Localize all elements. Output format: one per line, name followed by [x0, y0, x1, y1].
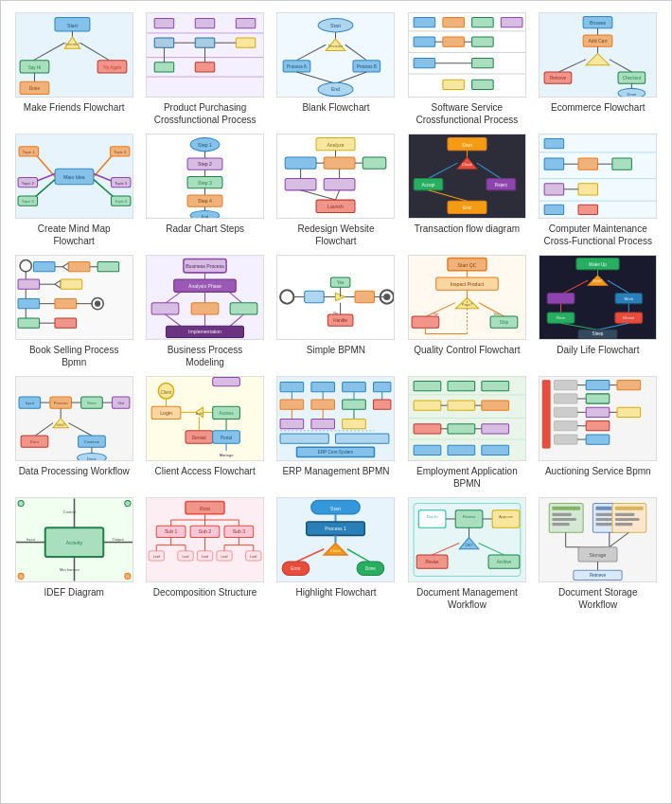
grid-item-daily-life-flowchart[interactable]: Wake Up Work? Leisure Work Rest Dinner S…	[537, 255, 660, 368]
svg-text:Client: Client	[161, 390, 173, 395]
grid-item-radar-chart-steps[interactable]: Step 1 Step 2 Step 3 Step 4 End Radar Ch…	[143, 134, 266, 247]
thumbnail-computer-maintenance	[539, 134, 657, 219]
svg-rect-308	[213, 377, 240, 385]
svg-text:Mechanism: Mechanism	[60, 567, 80, 572]
svg-text:Error: Error	[30, 439, 40, 444]
svg-text:Leaf: Leaf	[250, 555, 256, 559]
svg-rect-23	[195, 38, 215, 47]
grid-item-create-mind-map[interactable]: Main Idea Topic 1 Topic 2 Topic 3 Topic …	[12, 134, 135, 247]
svg-rect-360	[555, 435, 578, 444]
svg-rect-121	[286, 157, 317, 169]
grid-item-document-storage[interactable]: Storage Retrieve Document Storage Workfl…	[537, 497, 660, 611]
grid-item-idef-diagram[interactable]: Activity Input Output Control Mechanism …	[12, 497, 135, 611]
grid-item-make-friends-flowchart[interactable]: Start Friends? Say Hi Try Again Done Mak…	[12, 12, 135, 126]
svg-rect-356	[555, 381, 578, 390]
svg-text:Inspect Product: Inspect Product	[451, 281, 485, 287]
label-radar-chart-steps: Radar Chart Steps	[166, 223, 244, 235]
svg-text:Yes: Yes	[337, 280, 345, 285]
svg-rect-129	[325, 179, 356, 190]
svg-text:OK?: OK?	[465, 543, 473, 547]
svg-rect-459	[553, 507, 581, 510]
svg-text:Topic 6: Topic 6	[115, 199, 128, 204]
svg-text:Process 1: Process 1	[326, 526, 347, 531]
flowchart-gallery: Start Friends? Say Hi Try Again Done Mak…	[1, 1, 671, 622]
svg-rect-153	[544, 139, 564, 149]
svg-text:Sub 3: Sub 3	[233, 528, 246, 534]
svg-point-388	[18, 573, 24, 579]
svg-rect-470	[615, 513, 635, 516]
grid-item-client-access[interactable]: Client Login Auth Access Denied Portal M…	[143, 376, 266, 490]
svg-rect-56	[443, 37, 465, 46]
svg-text:Leaf: Leaf	[183, 555, 189, 559]
grid-item-transaction-flow[interactable]: Start Check Accept Reject End Transactio…	[405, 134, 528, 247]
grid-item-erp-management[interactable]: ERP Core System ERP Management BPMN	[274, 376, 398, 490]
label-book-selling-bpmn: Book Selling Process Bpmn	[17, 344, 131, 368]
label-software-service-crossfunctional: Software Service Crossfunctional Process	[410, 101, 523, 126]
svg-rect-472	[615, 523, 632, 526]
grid-item-highlight-flowchart[interactable]: Start Process 1 Check Error Done Highlig…	[274, 497, 398, 611]
grid-item-auctioning-service[interactable]: Auctioning Service Bpmn	[537, 376, 660, 490]
svg-text:End: End	[202, 214, 209, 218]
svg-text:Work: Work	[625, 296, 634, 301]
svg-text:Browse: Browse	[590, 20, 606, 26]
svg-text:Output: Output	[112, 537, 124, 542]
label-highlight-flowchart: Highlight Flowchart	[295, 586, 376, 599]
svg-text:Storage: Storage	[590, 552, 607, 558]
svg-rect-60	[472, 59, 494, 68]
svg-text:Denied: Denied	[192, 436, 206, 440]
label-make-friends-flowchart: Make Friends Flowchart	[24, 101, 125, 114]
grid-item-decomposition-structure[interactable]: Root Sub 1 Sub 2 Sub 3 Leaf Leaf Leaf Le…	[143, 497, 266, 611]
grid-item-business-process-modeling[interactable]: Business Process Analysis Phase Implemen…	[143, 255, 266, 368]
svg-text:Step 2: Step 2	[198, 161, 212, 167]
thumbnail-erp-management: ERP Core System	[276, 376, 395, 461]
svg-rect-364	[617, 381, 641, 390]
thumbnail-data-processing: Input Process Store Out Valid? Error Con…	[15, 376, 133, 461]
thumbnail-document-management: Doc In Review Approve OK? Revise Archive	[408, 497, 526, 582]
grid-item-blank-flowchart[interactable]: Start Decision Process A Process B End B…	[274, 12, 398, 126]
label-transaction-flow: Transaction flow diagram	[415, 223, 520, 235]
svg-rect-338	[414, 382, 441, 391]
svg-text:Archive: Archive	[497, 560, 512, 564]
svg-text:Rework: Rework	[418, 256, 433, 257]
thumbnail-document-storage: Storage Retrieve	[539, 497, 657, 582]
svg-rect-319	[281, 400, 305, 409]
svg-text:Wake Up: Wake Up	[589, 262, 607, 267]
svg-rect-128	[286, 179, 317, 190]
svg-text:Sub 2: Sub 2	[199, 528, 212, 534]
svg-text:Revise: Revise	[425, 560, 439, 564]
grid-item-redesign-website[interactable]: Analyze Launch Redesign Website Flowchar…	[274, 134, 398, 247]
svg-rect-160	[578, 184, 598, 195]
svg-rect-54	[414, 37, 435, 46]
grid-item-simple-bpmn[interactable]: Yes No Handle Simple BPMN	[274, 255, 398, 368]
grid-item-ecommerce-flowchart[interactable]: Browse Add Cart Remove Checkout Done Eco…	[537, 12, 660, 126]
svg-text:Activity: Activity	[65, 540, 82, 545]
label-ecommerce-flowchart: Ecommerce Flowchart	[551, 101, 645, 114]
svg-rect-51	[443, 18, 465, 27]
grid-item-computer-maintenance[interactable]: Computer Maintenance Cross-Functional Pr…	[537, 134, 660, 247]
svg-rect-250	[547, 293, 575, 303]
grid-item-document-management[interactable]: Doc In Review Approve OK? Revise Archive…	[405, 497, 528, 611]
svg-rect-327	[311, 420, 335, 429]
grid-item-product-purchasing[interactable]: Product Purchasing Crossfunctional Proce…	[143, 12, 266, 126]
label-quality-control: Quality Control Flowchart	[414, 344, 520, 356]
svg-text:Sub 1: Sub 1	[165, 528, 178, 534]
svg-rect-208	[305, 291, 325, 302]
svg-rect-58	[472, 37, 494, 46]
svg-line-5	[33, 43, 64, 60]
svg-rect-158	[612, 158, 632, 170]
svg-text:Analysis Phase: Analysis Phase	[188, 283, 221, 289]
label-business-process-modeling: Business Process Modeling	[149, 344, 262, 368]
svg-text:Manage: Manage	[220, 453, 235, 457]
grid-item-employment-application[interactable]: Employment Application BPMN	[405, 376, 528, 490]
thumbnail-idef-diagram: Activity Input Output Control Mechanism	[15, 497, 133, 582]
svg-rect-322	[374, 400, 391, 409]
svg-rect-122	[325, 157, 356, 169]
grid-item-data-processing[interactable]: Input Process Store Out Valid? Error Con…	[12, 376, 135, 490]
grid-item-quality-control[interactable]: Start QC Inspect Product Pass? No Rework…	[405, 255, 528, 368]
svg-text:End: End	[331, 86, 340, 92]
svg-rect-176	[61, 279, 82, 289]
grid-item-book-selling-bpmn[interactable]: Book Selling Process Bpmn	[12, 255, 135, 368]
svg-text:Add Cart: Add Cart	[589, 38, 609, 44]
svg-rect-53	[501, 18, 522, 27]
grid-item-software-service-crossfunctional[interactable]: Software Service Crossfunctional Process	[405, 12, 528, 126]
